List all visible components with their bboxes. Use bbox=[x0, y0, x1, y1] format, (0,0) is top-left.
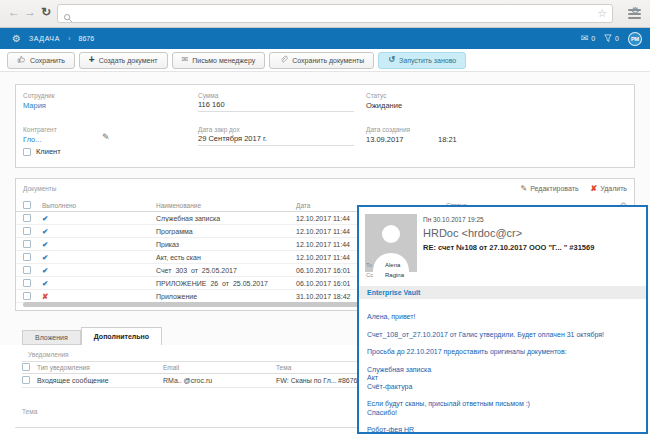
bookmark-star-icon[interactable]: ☆ bbox=[597, 7, 607, 20]
employee-label: Сотрудник bbox=[23, 92, 55, 99]
email-body-paragraph: Если будут сканы, присылай ответным пись… bbox=[367, 400, 638, 417]
edit-button[interactable]: ✎ Редактировать bbox=[521, 184, 579, 193]
client-checkbox-row: Клиент bbox=[23, 147, 61, 156]
letter-to-manager-button[interactable]: ✉ Письмо менеджеру bbox=[172, 52, 266, 69]
row-checkbox[interactable] bbox=[23, 279, 31, 287]
notification-subject: FW: Сканы по Гл... bbox=[276, 377, 338, 384]
email-datetime: Пн 30.10.2017 19:25 bbox=[423, 216, 484, 223]
row-checkbox[interactable] bbox=[23, 227, 31, 235]
settings-gear-icon[interactable]: ⚙ bbox=[12, 33, 21, 44]
enterprise-vault-link[interactable]: Enterprise Vault bbox=[367, 289, 420, 296]
notifications-select-all-checkbox[interactable] bbox=[22, 363, 30, 371]
save-documents-button[interactable]: Сохранить документы bbox=[269, 52, 374, 69]
tab-additional[interactable]: Дополнительно bbox=[81, 327, 162, 345]
notification-email: RMa.. @croc.ru bbox=[163, 377, 276, 384]
column-subject[interactable]: Тема bbox=[276, 364, 338, 371]
counterparty-link[interactable]: Гло... bbox=[23, 135, 42, 144]
done-status-icon bbox=[42, 266, 48, 275]
document-name[interactable]: Приложение bbox=[156, 293, 296, 300]
filter-counter[interactable]: 0 bbox=[604, 34, 619, 44]
task-form-panel: Сотрудник Мария Сумма 116 160 Статус Ожи… bbox=[15, 84, 635, 168]
email-cc-row: Cc Ragina bbox=[366, 272, 404, 278]
documents-title: Документы bbox=[23, 185, 57, 192]
forward-icon[interactable]: → bbox=[24, 6, 36, 18]
close-date-value[interactable]: 29 Сентября 2017 г. bbox=[198, 134, 354, 146]
enterprise-vault-banner: Enterprise Vault bbox=[359, 286, 646, 299]
amount-label: Сумма bbox=[198, 92, 218, 99]
toolbar-gear-icon[interactable]: ⚙ bbox=[631, 5, 640, 16]
paperclip-icon bbox=[279, 55, 288, 66]
restart-icon: ↺ bbox=[388, 56, 395, 64]
delete-button[interactable]: ✘ Удалить bbox=[591, 184, 627, 193]
email-body-paragraph: Робот-фея HR bbox=[367, 426, 638, 432]
created-date: 13.09.2017 bbox=[366, 135, 404, 144]
filter-count: 0 bbox=[615, 35, 619, 42]
document-name[interactable]: Акт, есть скан bbox=[156, 254, 296, 261]
reload-icon[interactable]: ↻ bbox=[41, 6, 51, 18]
restart-label: Запустить заново bbox=[399, 57, 456, 64]
save-label: Сохранить bbox=[30, 57, 65, 64]
email-body-paragraph: Служебная записка Акт Счёт-фактура bbox=[367, 366, 638, 392]
document-name[interactable]: Приказ bbox=[156, 241, 296, 248]
row-checkbox[interactable] bbox=[23, 253, 31, 261]
document-name[interactable]: Служебная записка bbox=[156, 215, 296, 222]
plus-icon: + bbox=[89, 56, 95, 64]
address-bar[interactable]: ☆ bbox=[57, 4, 613, 23]
document-name[interactable]: Программа bbox=[156, 228, 296, 235]
row-checkbox[interactable] bbox=[23, 292, 31, 300]
subject-field[interactable] bbox=[15, 412, 357, 428]
counterparty-label: Контрагент bbox=[23, 126, 57, 133]
column-notification-type[interactable]: Тип уведомления bbox=[37, 364, 163, 371]
employee-link[interactable]: Мария bbox=[23, 101, 46, 110]
column-done[interactable]: Выполнено bbox=[42, 202, 156, 209]
status-label: Статус bbox=[366, 92, 387, 99]
tab-attachments[interactable]: Вложения bbox=[22, 330, 81, 345]
status-value: Ожидание bbox=[366, 101, 402, 110]
row-checkbox[interactable] bbox=[23, 240, 31, 248]
header-right-controls: ✉ 0 0 PM bbox=[581, 28, 642, 49]
row-checkbox[interactable] bbox=[23, 214, 31, 222]
restart-button[interactable]: ↺ Запустить заново bbox=[378, 52, 466, 69]
menu-bar bbox=[628, 17, 641, 19]
email-sender: HRDoc <hrdoc@cr> bbox=[423, 227, 522, 239]
search-icon bbox=[63, 9, 73, 27]
delete-label: Удалить bbox=[600, 185, 627, 192]
mail-icon: ✉ bbox=[581, 34, 589, 43]
back-icon[interactable]: ← bbox=[8, 6, 20, 18]
mail-counter[interactable]: ✉ 0 bbox=[581, 34, 595, 43]
document-name[interactable]: Счет_303_от_25.05.2017 bbox=[156, 267, 296, 274]
pencil-icon: ✎ bbox=[521, 184, 528, 193]
save-thumb-icon bbox=[17, 55, 26, 66]
cc-label: Cc bbox=[366, 272, 375, 278]
client-checkbox[interactable] bbox=[23, 148, 31, 156]
email-popup: Пн 30.10.2017 19:25 HRDoc <hrdoc@cr> RE:… bbox=[357, 205, 648, 434]
envelope-icon: ✉ bbox=[182, 56, 189, 64]
to-value: Alena bbox=[385, 262, 400, 268]
amount-value[interactable]: 116 160 bbox=[198, 100, 354, 112]
create-document-label: Создать документ bbox=[99, 57, 158, 64]
mail-count: 0 bbox=[591, 35, 595, 42]
done-status-icon bbox=[42, 292, 48, 301]
browser-toolbar: ← → ↻ ☆ bbox=[0, 0, 650, 28]
document-name[interactable]: ПРИЛОЖЕНИЕ_26_от_25.05.2017 bbox=[156, 280, 296, 287]
app-header-bar: ⚙ ЗАДАЧА › 8676 ✉ 0 0 PM bbox=[0, 28, 650, 49]
breadcrumb-root[interactable]: ЗАДАЧА bbox=[29, 35, 60, 42]
create-document-button[interactable]: + Создать документ bbox=[79, 52, 168, 69]
email-to-row: To Alena bbox=[366, 262, 400, 268]
done-status-icon bbox=[42, 227, 48, 236]
cc-value: Ragina bbox=[385, 272, 404, 278]
documents-actions: ✎ Редактировать ✘ Удалить bbox=[521, 184, 628, 193]
breadcrumb-separator-icon: › bbox=[68, 34, 71, 43]
row-checkbox[interactable] bbox=[23, 266, 31, 274]
close-date-label: Дата закр дох bbox=[198, 126, 240, 133]
column-email[interactable]: Email bbox=[163, 364, 276, 371]
row-checkbox[interactable] bbox=[22, 376, 30, 384]
column-name[interactable]: Наименование bbox=[156, 202, 296, 209]
select-all-checkbox[interactable] bbox=[23, 201, 31, 209]
action-toolbar: Сохранить + Создать документ ✉ Письмо ме… bbox=[0, 49, 650, 72]
edit-pencil-icon[interactable]: ✎ bbox=[102, 132, 110, 142]
avatar[interactable]: PM bbox=[628, 32, 642, 46]
done-status-icon bbox=[42, 253, 48, 262]
client-label: Клиент bbox=[36, 147, 61, 156]
save-button[interactable]: Сохранить bbox=[7, 52, 75, 69]
